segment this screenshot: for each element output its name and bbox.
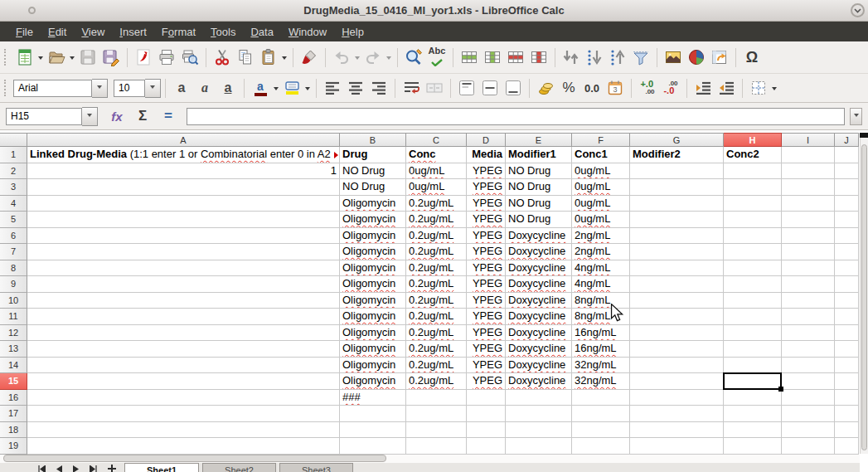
font-color-button[interactable]: a <box>249 75 272 100</box>
cell-F12[interactable]: 16ng/mL <box>572 325 630 342</box>
cell-I17[interactable] <box>782 406 835 422</box>
cell-B16[interactable]: ### <box>340 390 406 406</box>
special-character-button[interactable]: Ω <box>740 45 764 70</box>
cell-F14[interactable]: 32ng/mL <box>572 358 630 374</box>
cell-F6[interactable]: 2ng/mL <box>572 228 630 245</box>
cell-J13[interactable] <box>835 341 859 358</box>
row-header-4[interactable]: 4 <box>0 196 27 212</box>
cell-H16[interactable] <box>724 390 782 406</box>
cell-H17[interactable] <box>724 406 782 422</box>
cell-I3[interactable] <box>782 179 835 196</box>
cell-C5[interactable]: 0.2ug/mL <box>406 212 467 228</box>
row-header-15[interactable]: 15 <box>0 373 27 390</box>
insert-image-button[interactable] <box>662 45 685 70</box>
delete-row-button[interactable] <box>504 45 527 70</box>
cell-G8[interactable] <box>630 260 724 277</box>
merge-cells-button[interactable] <box>423 75 446 100</box>
column-header-E[interactable]: E <box>506 133 572 147</box>
cell-I8[interactable] <box>782 260 835 277</box>
cell-H10[interactable] <box>724 293 782 309</box>
cell-I16[interactable] <box>782 390 835 406</box>
menu-edit[interactable]: Edit <box>41 23 74 41</box>
row-header-13[interactable]: 13 <box>0 341 27 358</box>
print-button[interactable] <box>155 45 178 70</box>
cell-H1[interactable]: Conc2 <box>724 147 782 163</box>
cell-A8[interactable] <box>27 260 340 277</box>
cell-I12[interactable] <box>782 325 835 342</box>
cell-A16[interactable] <box>27 390 340 406</box>
cell-D9[interactable]: YPEG <box>467 276 506 293</box>
toolbar-grip[interactable] <box>4 49 9 66</box>
cell-F13[interactable]: 16ng/mL <box>572 341 630 358</box>
cell-B7[interactable]: Oligomycin <box>340 244 406 260</box>
vertical-scrollbar-thumb[interactable] <box>861 144 867 450</box>
cell-F3[interactable]: 0ug/mL <box>572 179 630 196</box>
copy-button[interactable] <box>234 45 257 70</box>
cell-C1[interactable]: Conc <box>406 147 467 163</box>
cell-E3[interactable]: NO Drug <box>506 179 572 196</box>
vertical-split-handle[interactable] <box>860 133 868 138</box>
cell-J8[interactable] <box>835 260 859 277</box>
new-document-button[interactable] <box>13 45 36 70</box>
row-header-14[interactable]: 14 <box>0 358 27 374</box>
cell-J6[interactable] <box>835 228 859 245</box>
cell-C7[interactable]: 0.2ug/mL <box>406 244 467 260</box>
row-header-11[interactable]: 11 <box>0 309 27 325</box>
cell-E4[interactable]: NO Drug <box>506 196 572 212</box>
cell-E16[interactable] <box>506 390 572 406</box>
cell-E14[interactable]: Doxycycline <box>506 358 572 374</box>
clone-formatting-button[interactable] <box>298 45 321 70</box>
redo-dropdown-arrow[interactable] <box>385 45 393 70</box>
cell-G15[interactable] <box>630 373 724 390</box>
cell-H2[interactable] <box>724 163 782 180</box>
cell-G5[interactable] <box>630 212 724 228</box>
cell-H6[interactable] <box>724 228 782 245</box>
insert-row-button[interactable] <box>458 45 481 70</box>
cell-E8[interactable]: Doxycycline <box>506 260 572 277</box>
cell-D14[interactable]: YPEG <box>467 358 506 374</box>
cell-H13[interactable] <box>724 341 782 358</box>
column-header-J[interactable]: J <box>835 133 859 147</box>
cell-F11[interactable]: 8ng/mL <box>572 309 630 325</box>
cell-A18[interactable] <box>27 422 340 439</box>
export-pdf-button[interactable] <box>132 45 155 70</box>
cell-C6[interactable]: 0.2ug/mL <box>406 228 467 245</box>
row-header-6[interactable]: 6 <box>0 228 27 245</box>
decrease-indent-button[interactable] <box>715 75 738 100</box>
cell-C9[interactable]: 0.2ug/mL <box>406 276 467 293</box>
cell-E7[interactable]: Doxycycline <box>506 244 572 260</box>
row-header-10[interactable]: 10 <box>0 293 27 309</box>
cell-F16[interactable] <box>572 390 630 406</box>
cell-B18[interactable] <box>340 422 406 439</box>
save-as-button[interactable] <box>99 45 123 70</box>
cell-C16[interactable] <box>406 390 467 406</box>
cell-D1[interactable]: Media <box>467 147 506 163</box>
cell-A4[interactable] <box>27 196 340 212</box>
add-sheet-button[interactable] <box>108 465 116 472</box>
cell-H14[interactable] <box>724 358 782 374</box>
cell-H15[interactable] <box>724 373 782 390</box>
cell-I14[interactable] <box>782 358 835 374</box>
cell-A17[interactable] <box>27 406 340 422</box>
cut-button[interactable] <box>211 45 234 70</box>
open-dropdown-arrow[interactable] <box>68 45 76 70</box>
highlight-dropdown[interactable] <box>303 75 312 100</box>
window-menu-icon[interactable] <box>28 7 36 14</box>
cell-H12[interactable] <box>724 325 782 342</box>
cell-D2[interactable]: YPEG <box>467 163 506 180</box>
cell-H9[interactable] <box>724 276 782 293</box>
cell-E12[interactable]: Doxycycline <box>506 325 572 342</box>
cell-A19[interactable] <box>27 438 340 455</box>
cell-E11[interactable]: Doxycycline <box>506 309 572 325</box>
cell-I11[interactable] <box>782 309 835 325</box>
cell-C18[interactable] <box>406 422 467 439</box>
cell-G1[interactable]: Modifier2 <box>630 147 724 163</box>
cell-G11[interactable] <box>630 309 724 325</box>
cell-G13[interactable] <box>630 341 724 358</box>
cell-F5[interactable]: 0ug/mL <box>572 212 630 228</box>
cell-F4[interactable]: 0ug/mL <box>572 196 630 212</box>
cell-A15[interactable] <box>27 373 340 390</box>
cell-E9[interactable]: Doxycycline <box>506 276 572 293</box>
align-bottom-button[interactable] <box>502 75 525 100</box>
paste-dropdown-arrow[interactable] <box>280 45 289 70</box>
